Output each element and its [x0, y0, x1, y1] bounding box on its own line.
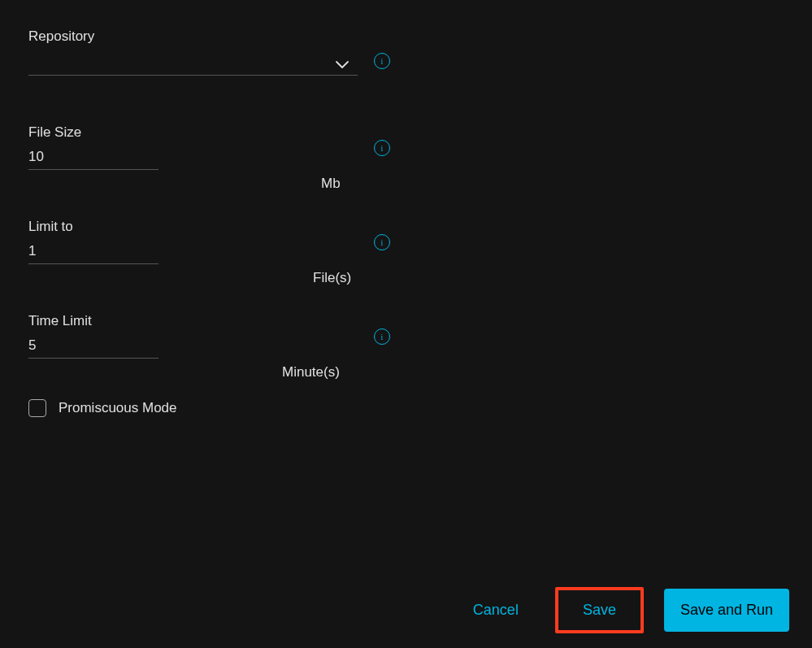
promiscuous-label: Promiscuous Mode	[59, 400, 177, 416]
repository-select[interactable]	[28, 51, 358, 76]
button-row: Cancel Save Save and Run	[457, 587, 789, 633]
limit-to-unit: File(s)	[313, 270, 351, 286]
info-icon[interactable]	[374, 234, 390, 250]
save-highlight-box: Save	[555, 587, 644, 633]
cancel-button[interactable]: Cancel	[457, 590, 535, 630]
info-icon[interactable]	[374, 328, 390, 345]
repository-field: Repository	[28, 28, 784, 76]
file-size-input[interactable]	[28, 145, 158, 170]
promiscuous-mode-row: Promiscuous Mode	[28, 399, 784, 417]
limit-to-input[interactable]	[28, 239, 158, 264]
save-button[interactable]: Save	[558, 590, 640, 630]
limit-to-field: Limit to File(s)	[28, 219, 784, 264]
file-size-label: File Size	[28, 124, 784, 141]
time-limit-field: Time Limit Minute(s)	[28, 313, 784, 359]
limit-to-label: Limit to	[28, 219, 784, 235]
promiscuous-checkbox[interactable]	[28, 399, 46, 417]
chevron-down-icon	[335, 59, 350, 68]
time-limit-input[interactable]	[28, 333, 158, 359]
info-icon[interactable]	[374, 53, 390, 69]
repository-label: Repository	[28, 28, 784, 45]
file-size-unit: Mb	[321, 176, 341, 192]
file-size-field: File Size Mb	[28, 124, 784, 170]
info-icon[interactable]	[374, 140, 390, 156]
save-and-run-button[interactable]: Save and Run	[664, 589, 789, 632]
time-limit-label: Time Limit	[28, 313, 784, 329]
time-limit-unit: Minute(s)	[282, 364, 340, 381]
